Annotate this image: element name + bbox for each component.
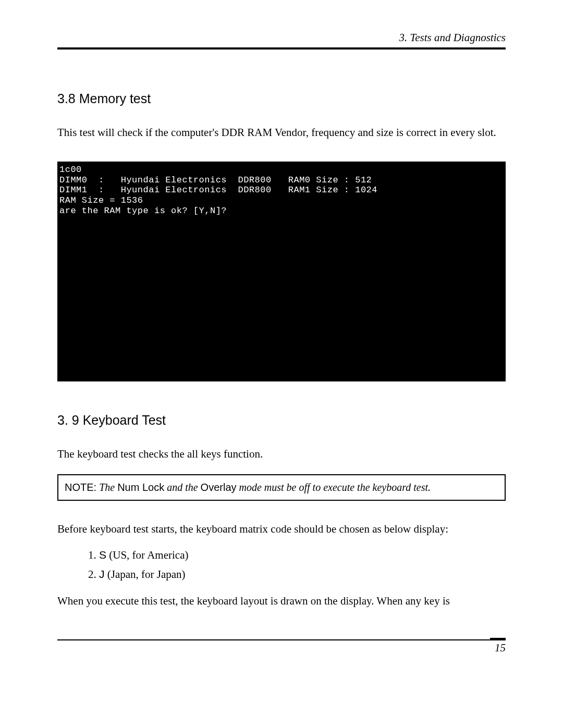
list-item: S (US, for America) [99,549,506,562]
page-number: 15 [495,641,506,654]
option-key-2: J [99,568,105,580]
terminal-screenshot: 1c00 DIMM0 : Hyundai Electronics DDR800 … [57,162,506,381]
keyboard-options-list: S (US, for America) J (Japan, for Japan) [99,549,506,581]
option-key-1: S [99,549,106,561]
section-heading-keyboard: 3. 9 Keyboard Test [57,413,506,428]
section-heading-memory: 3.8 Memory test [57,91,506,106]
note-text-1: The [99,482,117,493]
note-text-3: mode must be off to execute the keyboard… [237,482,431,493]
running-header: 3. Tests and Diagnostics [57,31,506,50]
note-box: NOTE: The Num Lock and the Overlay mode … [57,474,506,501]
kb-before-paragraph: Before keyboard test starts, the keyboar… [57,522,506,536]
page-footer: 15 [57,639,506,655]
document-page: 3. Tests and Diagnostics 3.8 Memory test… [0,0,563,675]
kb-after-paragraph: When you execute this test, the keyboard… [57,594,506,608]
option-rest-1: (US, for America) [106,549,188,561]
keyboard-intro-paragraph: The keyboard test checks the all keys fu… [57,447,506,461]
note-key-1: Num Lock [117,482,164,493]
list-item: J (Japan, for Japan) [99,568,506,581]
note-text-2: and the [164,482,200,493]
note-key-2: Overlay [201,482,237,493]
note-label: NOTE: [65,482,96,493]
memory-intro-paragraph: This test will check if the computer's D… [57,125,506,140]
option-rest-2: (Japan, for Japan) [105,568,186,581]
